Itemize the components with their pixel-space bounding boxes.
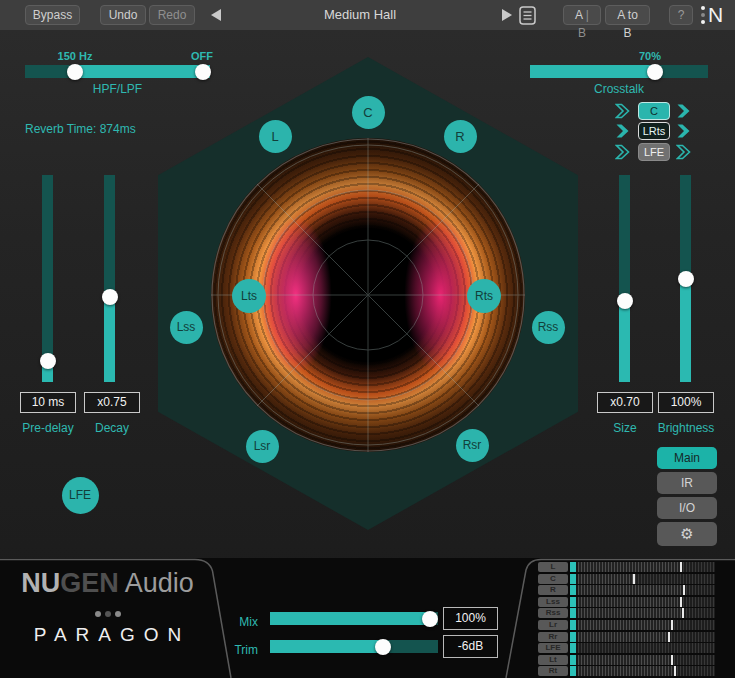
trim-value[interactable]: -6dB	[443, 635, 498, 658]
meter-label: L	[538, 562, 568, 572]
channel-node-lsr[interactable]: Lsr	[246, 430, 279, 463]
mix-value[interactable]: 100%	[443, 607, 498, 630]
meter-bar	[570, 666, 715, 676]
size-label: Size	[597, 421, 653, 435]
preset-name[interactable]: Medium Hall	[260, 7, 460, 22]
tab-main[interactable]: Main	[657, 447, 717, 469]
decay-thumb[interactable]	[102, 289, 118, 305]
meter-bar	[570, 574, 715, 584]
peak-marker	[680, 562, 682, 572]
meter-label: Lt	[538, 655, 568, 665]
meter-row-rr: Rr	[538, 632, 718, 642]
size-slider[interactable]	[619, 175, 630, 382]
logo-dots-icon	[0, 603, 215, 621]
trim-slider[interactable]	[270, 640, 438, 653]
routing-in-chevron-icon[interactable]	[615, 123, 632, 139]
nugen-audio-logo: NUGEN Audio	[0, 568, 215, 599]
mix-slider[interactable]	[270, 612, 438, 625]
pre-delay-value[interactable]: 10 ms	[20, 392, 76, 413]
peak-marker	[668, 632, 670, 642]
meter-bar	[570, 632, 715, 642]
meter-label: LFE	[538, 643, 568, 653]
redo-button[interactable]: Redo	[149, 5, 195, 25]
channel-node-l[interactable]: L	[259, 120, 292, 153]
channel-node-r[interactable]: R	[444, 120, 477, 153]
decay-value[interactable]: x0.75	[84, 392, 140, 413]
meter-row-c: C	[538, 574, 718, 584]
next-preset-icon[interactable]	[502, 9, 512, 21]
pre-delay-slider[interactable]	[42, 175, 53, 382]
brand-block: NUGEN Audio PARAGON	[0, 568, 215, 646]
meter-row-rss: Rss	[538, 608, 718, 618]
meter-row-lt: Lt	[538, 655, 718, 665]
routing-out-chevron-icon[interactable]	[676, 123, 693, 139]
undo-button[interactable]: Undo	[100, 5, 146, 25]
tab-ir[interactable]: IR	[657, 472, 717, 494]
meter-bar	[570, 562, 715, 572]
routing-in-chevron-icon[interactable]	[615, 103, 632, 119]
channel-node-rss[interactable]: Rss	[532, 311, 565, 344]
size-value[interactable]: x0.70	[597, 392, 653, 413]
crosstalk-value: 70%	[625, 50, 675, 62]
hpf-lpf-slider[interactable]	[25, 65, 210, 78]
trim-thumb[interactable]	[375, 639, 391, 655]
crosstalk-label: Crosstalk	[530, 82, 708, 96]
channel-node-lss[interactable]: Lss	[170, 311, 203, 344]
brightness-thumb[interactable]	[678, 271, 694, 287]
brightness-value[interactable]: 100%	[658, 392, 714, 413]
previous-preset-icon[interactable]	[211, 9, 221, 21]
meter-label: Lss	[538, 597, 568, 607]
bypass-button[interactable]: Bypass	[25, 5, 80, 25]
channel-node-lfe[interactable]: LFE	[62, 477, 99, 514]
meter-label: Rss	[538, 608, 568, 618]
channel-node-rsr[interactable]: Rsr	[456, 429, 489, 462]
hpf-lpf-label: HPF/LPF	[25, 82, 210, 96]
routing-button-lfe[interactable]: LFE	[638, 143, 670, 161]
channel-node-c[interactable]: C	[352, 96, 385, 129]
settings-button[interactable]: ⚙	[657, 522, 717, 546]
brightness-slider[interactable]	[680, 175, 691, 382]
meter-bar	[570, 643, 715, 653]
crosstalk-thumb[interactable]	[647, 64, 663, 80]
meter-bar	[570, 585, 715, 595]
meter-bar	[570, 597, 715, 607]
peak-marker	[633, 574, 635, 584]
help-button[interactable]: ?	[669, 5, 693, 25]
hpf-value: 150 Hz	[50, 50, 100, 62]
channel-node-rts[interactable]: Rts	[467, 279, 501, 313]
meter-row-lss: Lss	[538, 597, 718, 607]
peak-marker	[674, 666, 676, 676]
peak-marker	[680, 597, 682, 607]
brightness-label: Brightness	[650, 421, 722, 435]
routing-out-chevron-icon[interactable]	[676, 144, 693, 160]
peak-marker	[682, 608, 684, 618]
peak-marker	[683, 585, 685, 595]
meter-bar	[570, 620, 715, 630]
peak-marker	[671, 620, 673, 630]
meter-label: Rt	[538, 666, 568, 676]
meter-bar	[570, 608, 715, 618]
routing-button-lrts[interactable]: LRts	[638, 122, 670, 140]
mix-thumb[interactable]	[422, 611, 438, 627]
meter-label: R	[538, 585, 568, 595]
preset-list-icon[interactable]	[519, 6, 536, 25]
channel-node-lts[interactable]: Lts	[232, 279, 266, 313]
tab-io[interactable]: I/O	[657, 497, 717, 519]
routing-button-c[interactable]: C	[638, 102, 670, 120]
decay-slider[interactable]	[104, 175, 115, 382]
routing-out-chevron-icon[interactable]	[676, 103, 693, 119]
ab-compare-button[interactable]: A | B	[563, 5, 601, 25]
pre-delay-thumb[interactable]	[40, 353, 56, 369]
lpf-thumb[interactable]	[195, 64, 211, 80]
crosstalk-slider[interactable]	[530, 65, 708, 78]
meter-label: C	[538, 574, 568, 584]
routing-in-chevron-icon[interactable]	[615, 144, 632, 160]
meter-row-r: R	[538, 585, 718, 595]
routing-row-c: C	[615, 102, 693, 120]
meter-row-lfe: LFE	[538, 643, 718, 653]
size-thumb[interactable]	[617, 293, 633, 309]
hpf-thumb[interactable]	[67, 64, 83, 80]
routing-row-lrts: LRts	[615, 122, 693, 140]
paragon-plugin-window: Bypass Undo Redo Medium Hall A | B A to …	[0, 0, 735, 678]
a-to-b-button[interactable]: A to B	[605, 5, 650, 25]
